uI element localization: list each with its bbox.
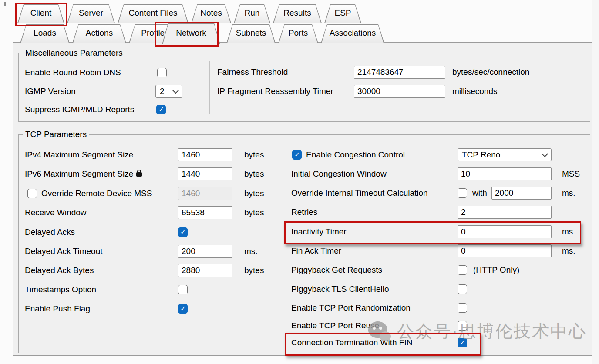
suppress-igmp-mld-checkbox[interactable] (156, 105, 166, 114)
timestamps-option-label: Timestamps Option (25, 285, 96, 294)
watermark: 公众号·思博伦技术中心 (368, 320, 587, 343)
tcp-port-randomization-label: Enable TCP Port Randomization (291, 303, 411, 313)
ip-fragment-timer-input[interactable] (354, 85, 445, 98)
ipv6-mss-unit: bytes (244, 169, 264, 179)
tab-label: Loads (20, 24, 70, 38)
tab-label: Run (234, 4, 270, 18)
tab-label: Ports (278, 24, 318, 38)
tab-network[interactable]: Network (162, 23, 220, 44)
receive-window-unit: bytes (244, 208, 264, 217)
initial-congestion-window-input[interactable] (458, 167, 552, 180)
ipv6-mss-label: IPv6 Maximum Segment Size (25, 169, 142, 179)
tab-label: Results (273, 4, 322, 18)
fin-ack-timer-input[interactable] (458, 244, 552, 257)
delayed-ack-bytes-input[interactable] (178, 264, 232, 277)
enable-push-flag-label: Enable Push Flag (25, 304, 90, 314)
app-screen: Client Server Content Files Notes Run Re… (0, 0, 599, 364)
tab-loads[interactable]: Loads (20, 24, 70, 43)
tab-label: ESP (324, 4, 361, 18)
ipv4-mss-input[interactable] (178, 148, 232, 161)
override-internal-timeout-label: Override Internal Timeout Calculation (291, 188, 428, 198)
tab-content-files[interactable]: Content Files (118, 4, 188, 23)
delayed-acks-label: Delayed Acks (25, 227, 75, 237)
right-margin (592, 0, 599, 364)
tab-associations[interactable]: Associations (321, 24, 384, 43)
chevron-down-icon (542, 150, 549, 157)
receive-window-label: Receive Window (25, 208, 87, 217)
fairness-threshold-label: Fairness Threshold (217, 67, 288, 77)
tab-run[interactable]: Run (234, 4, 270, 23)
inactivity-timer-input[interactable] (458, 225, 552, 238)
ip-fragment-timer-label: IP Fragment Reassembly Timer (217, 87, 333, 96)
congestion-control-select[interactable]: TCP Reno (458, 148, 552, 161)
retries-label: Retries (291, 207, 317, 217)
column-divider (209, 61, 210, 114)
tcp-port-randomization-checkbox[interactable] (458, 303, 467, 313)
ipv6-mss-label-text: IPv6 Maximum Segment Size (25, 169, 133, 178)
tab-label: Server (67, 4, 115, 18)
override-internal-timeout-checkbox[interactable] (458, 188, 467, 198)
tab-subnets[interactable]: Subnets (226, 24, 276, 43)
piggyback-tls-checkbox[interactable] (458, 284, 467, 294)
delayed-ack-bytes-unit: bytes (244, 266, 264, 275)
tab-label: Content Files (118, 4, 188, 18)
tab-ports[interactable]: Ports (278, 24, 318, 43)
tab-results[interactable]: Results (273, 4, 322, 23)
retries-input[interactable] (458, 206, 552, 219)
fairness-threshold-unit: bytes/sec/connection (452, 67, 529, 77)
igmp-version-select[interactable]: 2 (155, 85, 182, 98)
fairness-threshold-input[interactable] (354, 66, 445, 79)
tab-client[interactable]: Client (17, 4, 64, 23)
ip-fragment-timer-unit: milliseconds (452, 87, 497, 96)
tab-esp[interactable]: ESP (324, 4, 361, 23)
primary-tab-bar: Client Server Content Files Notes Run Re… (17, 4, 361, 23)
piggyback-get-label: Piggyback Get Requests (291, 265, 382, 275)
override-remote-mss-checkbox[interactable] (27, 189, 37, 198)
igmp-version-label: IGMP Version (25, 87, 76, 96)
receive-window-input[interactable] (178, 206, 232, 219)
enable-push-flag-checkbox[interactable] (178, 304, 188, 314)
fin-ack-timer-unit: ms. (562, 246, 575, 256)
suppress-igmp-mld-label: Suppress IGMP/MLD Reports (25, 105, 134, 114)
tab-label: Subnets (226, 24, 276, 38)
ipv4-mss-unit: bytes (244, 150, 264, 160)
override-internal-timeout-input[interactable] (491, 187, 552, 200)
igmp-version-value: 2 (160, 87, 165, 96)
enable-round-robin-dns-label: Enable Round Robin DNS (25, 68, 121, 77)
override-remote-mss-label: Override Remote Device MSS (41, 189, 152, 198)
override-remote-mss-unit: bytes (244, 189, 264, 198)
column-divider (276, 142, 276, 345)
delayed-ack-timeout-input[interactable] (178, 245, 232, 258)
enable-round-robin-dns-checkbox[interactable] (157, 68, 167, 77)
ipv6-mss-input[interactable] (178, 167, 232, 180)
tab-actions[interactable]: Actions (72, 24, 126, 43)
tab-label: Associations (321, 24, 384, 38)
wechat-icon (368, 321, 391, 341)
timestamps-option-checkbox[interactable] (178, 285, 188, 294)
tab-label: Notes (191, 4, 231, 18)
delayed-acks-checkbox[interactable] (178, 227, 188, 237)
tab-server[interactable]: Server (67, 4, 115, 23)
enable-congestion-control-label: Enable Congestion Control (306, 150, 405, 160)
override-internal-timeout-with-label: with (472, 188, 487, 198)
piggyback-get-note: (HTTP Only) (473, 265, 519, 275)
client-sub-tab-bar: Loads Actions Profiles Network Subnets P… (20, 24, 384, 43)
delayed-ack-timeout-unit: ms. (244, 247, 258, 256)
tab-notes[interactable]: Notes (191, 4, 231, 23)
initial-congestion-window-unit: MSS (562, 169, 580, 179)
override-internal-timeout-unit: ms. (562, 188, 575, 198)
tab-label: Client (17, 4, 64, 18)
inactivity-timer-unit: ms. (562, 227, 575, 237)
initial-congestion-window-label: Initial Congestion Window (291, 169, 387, 179)
misc-parameters-group: Miscellaneous Parameters Enable Round Ro… (18, 53, 590, 122)
delayed-ack-bytes-label: Delayed Ack Bytes (25, 266, 94, 275)
watermark-text: 公众号·思博伦技术中心 (397, 320, 587, 343)
piggyback-get-checkbox[interactable] (458, 265, 467, 275)
congestion-control-value: TCP Reno (462, 150, 500, 160)
override-remote-mss-input (178, 187, 232, 200)
inactivity-timer-label: Inactivity Timer (291, 227, 347, 237)
group-title: TCP Parameters (23, 130, 89, 139)
chat-bubble-small-icon (380, 331, 391, 341)
tcp-port-reuse-label: Enable TCP Port Reuse (291, 321, 379, 331)
enable-congestion-control-checkbox[interactable] (292, 150, 302, 160)
